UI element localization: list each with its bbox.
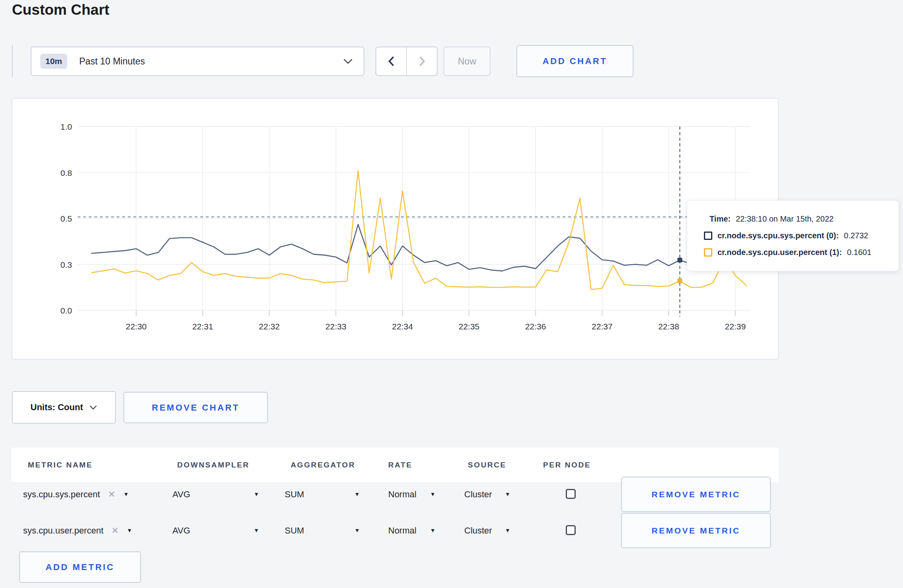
caret-down-icon[interactable]: ▼: [254, 513, 259, 548]
remove-metric-button[interactable]: REMOVE METRIC: [621, 477, 771, 512]
clear-metric-icon[interactable]: ✕: [108, 477, 115, 512]
x-axis-label: 22:37: [592, 322, 613, 331]
x-axis-label: 22:33: [325, 322, 346, 331]
tooltip-time-value: 22:38:10 on Mar 15th, 2022: [736, 214, 834, 224]
tooltip-series-row: cr.node.sys.cpu.user.percent (1): 0.1601: [704, 248, 899, 257]
source-select[interactable]: Cluster: [464, 513, 492, 548]
x-axis-label: 22:39: [725, 322, 746, 331]
tooltip-series-value: 0.1601: [847, 248, 871, 257]
tooltip-series-name: cr.node.sys.cpu.sys.percent (0):: [717, 231, 839, 240]
add-metric-button[interactable]: ADD METRIC: [19, 551, 141, 583]
toolbar-left-divider: [12, 45, 13, 77]
metric-row: sys.cpu.user.percent ✕ ▼ AVG ▼ SUM ▼ Nor…: [12, 513, 779, 548]
per-node-checkbox[interactable]: [566, 489, 576, 499]
aggregator-select[interactable]: SUM: [285, 477, 304, 512]
aggregator-select[interactable]: SUM: [285, 513, 304, 548]
next-time-button[interactable]: [406, 47, 437, 75]
x-axis-label: 22:30: [126, 322, 147, 331]
add-chart-button[interactable]: ADD CHART: [516, 45, 633, 77]
y-axis-label: 0.5: [61, 214, 72, 223]
tooltip-time-label: Time:: [710, 214, 731, 224]
time-pager: [375, 47, 438, 76]
x-axis-label: 22:34: [392, 322, 413, 331]
tooltip-series-name: cr.node.sys.cpu.user.percent (1):: [717, 248, 842, 257]
caret-down-icon[interactable]: ▼: [123, 477, 129, 512]
hover-dot: [677, 278, 682, 283]
series-line: [92, 171, 747, 290]
y-axis-label: 0.3: [61, 260, 72, 269]
time-window-badge: 10m: [40, 54, 67, 69]
x-axis-label: 22:38: [658, 322, 679, 331]
source-select[interactable]: Cluster: [464, 477, 492, 512]
chart-panel: 0.00.30.50.81.022:3022:3122:3222:3322:34…: [12, 98, 779, 360]
user-percent-swatch-icon: [704, 248, 712, 257]
remove-metric-button[interactable]: REMOVE METRIC: [621, 513, 771, 548]
chart-tooltip: Time: 22:38:10 on Mar 15th, 2022 cr.node…: [687, 200, 899, 271]
downsampler-select[interactable]: AVG: [172, 513, 190, 548]
custom-chart-page: Custom Chart 10m Past 10 Minutes Now ADD…: [0, 0, 903, 588]
hover-dot: [677, 258, 682, 263]
caret-down-icon[interactable]: ▼: [354, 513, 360, 548]
chart-svg[interactable]: 0.00.30.50.81.022:3022:3122:3222:3322:34…: [12, 99, 778, 359]
y-axis-label: 0.0: [61, 306, 72, 315]
prev-time-button[interactable]: [376, 47, 406, 75]
chevron-right-icon: [418, 55, 426, 67]
caret-down-icon[interactable]: ▼: [505, 477, 510, 512]
time-window-dropdown[interactable]: 10m Past 10 Minutes: [31, 47, 364, 76]
rate-select[interactable]: Normal: [388, 477, 416, 512]
downsampler-select[interactable]: AVG: [172, 477, 190, 512]
x-axis-label: 22:32: [259, 322, 280, 331]
x-axis-label: 22:36: [525, 322, 546, 331]
metric-row: sys.cpu.sys.percent ✕ ▼ AVG ▼ SUM ▼ Norm…: [12, 477, 779, 512]
remove-chart-button[interactable]: REMOVE CHART: [123, 392, 268, 423]
metric-name: sys.cpu.user.percent: [23, 513, 104, 548]
time-window-label: Past 10 Minutes: [79, 56, 145, 67]
tooltip-series-row: cr.node.sys.cpu.sys.percent (0): 0.2732: [704, 231, 899, 240]
caret-down-icon[interactable]: ▼: [430, 513, 436, 548]
metric-name: sys.cpu.sys.percent: [23, 477, 100, 512]
caret-down-icon[interactable]: ▼: [505, 513, 510, 548]
metric-name-select[interactable]: sys.cpu.sys.percent ✕ ▼: [23, 477, 129, 512]
chevron-down-icon: [89, 405, 97, 410]
x-axis-label: 22:31: [192, 322, 213, 331]
caret-down-icon[interactable]: ▼: [127, 513, 132, 548]
rate-select[interactable]: Normal: [388, 513, 416, 548]
y-axis-label: 0.8: [61, 168, 72, 177]
chevron-down-icon: [343, 58, 353, 64]
caret-down-icon[interactable]: ▼: [354, 477, 360, 512]
x-axis-label: 22:35: [459, 322, 480, 331]
y-axis-label: 1.0: [61, 122, 72, 131]
caret-down-icon[interactable]: ▼: [254, 477, 259, 512]
tooltip-series-value: 0.2732: [844, 231, 868, 240]
chevron-left-icon: [387, 55, 396, 67]
page-title: Custom Chart: [12, 2, 109, 18]
now-button[interactable]: Now: [444, 47, 491, 76]
units-dropdown[interactable]: Units: Count: [12, 391, 116, 424]
caret-down-icon[interactable]: ▼: [430, 477, 436, 512]
units-label: Units: Count: [31, 402, 83, 413]
clear-metric-icon[interactable]: ✕: [111, 513, 119, 548]
per-node-checkbox[interactable]: [566, 525, 576, 535]
tooltip-time-row: Time: 22:38:10 on Mar 15th, 2022: [704, 214, 899, 224]
sys-percent-swatch-icon: [704, 232, 712, 240]
metric-name-select[interactable]: sys.cpu.user.percent ✕ ▼: [23, 513, 132, 548]
